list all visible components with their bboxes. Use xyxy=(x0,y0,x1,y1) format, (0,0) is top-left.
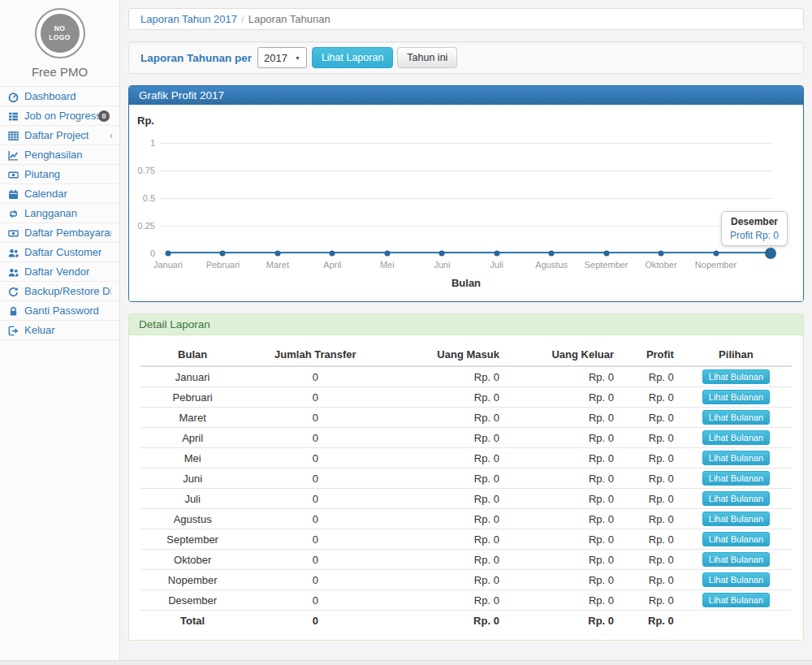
chart-gridline xyxy=(160,171,772,171)
chart-point-desember[interactable] xyxy=(765,248,776,259)
sidebar-item-calendar[interactable]: Calendar xyxy=(0,184,119,204)
detail-panel-body: BulanJumlah TransferUang MasukUang Kelua… xyxy=(129,335,803,640)
cell-uang-keluar: Rp. 0 xyxy=(506,509,620,529)
column-header-bulan: Bulan xyxy=(140,343,244,366)
tasks-icon xyxy=(8,111,20,121)
cell-bulan: September xyxy=(140,529,244,550)
y-axis-tick-label: 1 xyxy=(129,138,155,148)
cell-pilihan: Lihat Bulanan xyxy=(680,570,792,590)
cell-bulan: Juni xyxy=(140,469,244,489)
chevron-left-icon: ‹ xyxy=(110,131,113,140)
chart-point-pebruari[interactable] xyxy=(220,251,226,257)
cell-bulan: Maret xyxy=(140,408,244,428)
view-month-button[interactable]: Lihat Bulanan xyxy=(702,593,770,607)
sidebar-item-backup-restore-db[interactable]: Backup/Restore DB xyxy=(0,282,119,301)
total-pilihan-empty xyxy=(680,611,792,631)
table-row-nopember: Nopember0Rp. 0Rp. 0Rp. 0Lihat Bulanan xyxy=(140,570,792,590)
caret-down-icon: ▼ xyxy=(295,55,300,61)
table-row-juni: Juni0Rp. 0Rp. 0Rp. 0Lihat Bulanan xyxy=(140,469,792,489)
view-report-button[interactable]: Lihat Laporan xyxy=(312,47,393,68)
sidebar-item-label: Daftar Pembayaran xyxy=(24,227,111,239)
current-year-button[interactable]: Tahun ini xyxy=(397,47,457,68)
chart-point-januari[interactable] xyxy=(166,251,171,257)
cell-uang-keluar: Rp. 0 xyxy=(506,408,620,428)
view-month-button[interactable]: Lihat Bulanan xyxy=(702,491,770,506)
sidebar-item-job-on-progress[interactable]: Job on Progress0 xyxy=(0,106,119,126)
total-jumlah-transfer: 0 xyxy=(244,611,386,631)
view-month-button[interactable]: Lihat Bulanan xyxy=(702,532,770,546)
x-axis-tick-label: Januari xyxy=(153,260,183,270)
cell-uang-masuk: Rp. 0 xyxy=(386,590,506,611)
table-row-agustus: Agustus0Rp. 0Rp. 0Rp. 0Lihat Bulanan xyxy=(140,509,792,529)
cell-profit: Rp. 0 xyxy=(620,408,680,428)
cell-profit: Rp. 0 xyxy=(620,387,680,408)
sidebar-item-ganti-password[interactable]: Ganti Password xyxy=(0,301,119,321)
detail-report-panel: Detail Laporan BulanJumlah TransferUang … xyxy=(128,313,804,641)
report-table: BulanJumlah TransferUang MasukUang Kelua… xyxy=(140,343,792,630)
chart-point-juni[interactable] xyxy=(439,251,445,257)
refresh-icon xyxy=(8,287,20,296)
cell-pilihan: Lihat Bulanan xyxy=(680,387,792,408)
view-month-button[interactable]: Lihat Bulanan xyxy=(702,430,770,445)
x-axis-tick-label: Pebruari xyxy=(206,260,240,270)
view-month-button[interactable]: Lihat Bulanan xyxy=(702,451,770,465)
breadcrumb-item-laporan-tahun-2017[interactable]: Laporan Tahun 2017 xyxy=(140,13,237,25)
cell-bulan: Mei xyxy=(140,448,244,469)
total-uang-masuk: Rp. 0 xyxy=(386,611,506,631)
sign-out-icon xyxy=(8,326,20,335)
cell-pilihan: Lihat Bulanan xyxy=(680,448,792,469)
sidebar-item-daftar-customer[interactable]: Daftar Customer xyxy=(0,243,119,262)
sidebar-item-daftar-vendor[interactable]: Daftar Vendor xyxy=(0,262,119,282)
cell-bulan: Nopember xyxy=(140,570,244,590)
chart-point-mei[interactable] xyxy=(384,251,390,257)
total-uang-keluar: Rp. 0 xyxy=(506,611,620,631)
view-month-button[interactable]: Lihat Bulanan xyxy=(702,552,770,567)
logo-area: NO LOGO Free PMO xyxy=(0,0,119,87)
sidebar: NO LOGO Free PMO DashboardJob on Progres… xyxy=(0,0,120,660)
main-content: Laporan Tahun 2017/Laporan Tahunan Lapor… xyxy=(120,0,812,660)
sidebar-item-keluar[interactable]: Keluar xyxy=(0,321,119,340)
cell-jumlah-transfer: 0 xyxy=(244,489,386,509)
money-icon xyxy=(8,228,20,238)
sidebar-item-langganan[interactable]: Langganan xyxy=(0,204,119,223)
view-month-button[interactable]: Lihat Bulanan xyxy=(702,471,770,486)
y-axis-title: Rp. xyxy=(137,114,154,127)
cell-uang-keluar: Rp. 0 xyxy=(506,469,620,489)
cell-pilihan: Lihat Bulanan xyxy=(680,408,792,428)
x-axis-title: Bulan xyxy=(129,277,803,289)
view-month-button[interactable]: Lihat Bulanan xyxy=(702,369,770,384)
view-month-button[interactable]: Lihat Bulanan xyxy=(702,572,770,587)
chart-point-september[interactable] xyxy=(603,251,609,257)
sidebar-item-penghasilan[interactable]: Penghasilan xyxy=(0,145,119,165)
sidebar-item-dashboard[interactable]: Dashboard xyxy=(0,87,119,106)
view-month-button[interactable]: Lihat Bulanan xyxy=(702,512,770,526)
sidebar-item-piutang[interactable]: Piutang xyxy=(0,165,119,184)
table-row-januari: Januari0Rp. 0Rp. 0Rp. 0Lihat Bulanan xyxy=(140,366,792,387)
cell-bulan: Desember xyxy=(140,590,244,611)
view-month-button[interactable]: Lihat Bulanan xyxy=(702,390,770,404)
chart-body: Rp. JanuariPebruariMaretAprilMeiJuniJuli… xyxy=(129,105,803,301)
chart-point-nopember[interactable] xyxy=(713,251,719,257)
chart-point-maret[interactable] xyxy=(274,251,280,257)
chart-point-juli[interactable] xyxy=(494,251,499,257)
view-month-button[interactable]: Lihat Bulanan xyxy=(702,410,770,425)
x-axis-tick-label: Nopember xyxy=(695,260,736,270)
year-select[interactable]: 2017 ▼ xyxy=(257,47,307,68)
chart-point-oktober[interactable] xyxy=(659,251,664,257)
sidebar-item-daftar-project[interactable]: Daftar Project‹ xyxy=(0,126,119,145)
cell-profit: Rp. 0 xyxy=(620,590,680,611)
chart-point-agustus[interactable] xyxy=(549,251,555,257)
breadcrumb: Laporan Tahun 2017/Laporan Tahunan xyxy=(128,8,804,30)
cell-uang-keluar: Rp. 0 xyxy=(506,550,620,570)
cell-jumlah-transfer: 0 xyxy=(244,408,386,428)
app-shell: NO LOGO Free PMO DashboardJob on Progres… xyxy=(0,0,812,660)
x-axis-tick-label: Oktober xyxy=(646,260,677,270)
chart-point-april[interactable] xyxy=(330,251,335,257)
sidebar-item-daftar-pembayaran[interactable]: Daftar Pembayaran xyxy=(0,223,119,243)
cell-profit: Rp. 0 xyxy=(620,489,680,509)
cell-uang-keluar: Rp. 0 xyxy=(506,366,620,387)
footer: Powered by Free PMO, and developed with … xyxy=(0,660,812,665)
sidebar-item-label: Langganan xyxy=(24,207,77,219)
cell-jumlah-transfer: 0 xyxy=(244,387,386,408)
table-row-juli: Juli0Rp. 0Rp. 0Rp. 0Lihat Bulanan xyxy=(140,489,792,509)
